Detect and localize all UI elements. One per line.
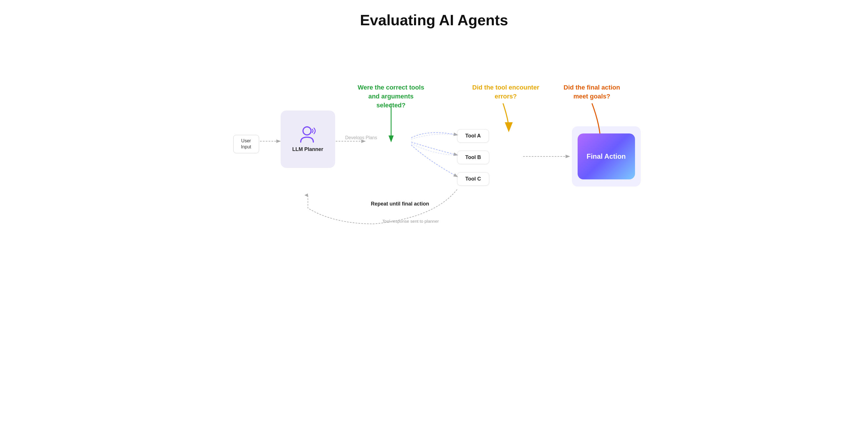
user-input-box: User Input: [233, 135, 259, 153]
user-input-label: User Input: [241, 138, 251, 149]
svg-text:Develops Plans: Develops Plans: [345, 135, 377, 140]
question-orange: Did the final action meet goals?: [558, 83, 626, 101]
llm-planner-icon: [298, 126, 318, 144]
page-title: Evaluating AI Agents: [360, 11, 508, 29]
tool-c-label: Tool C: [465, 176, 481, 182]
tool-a-label: Tool A: [465, 133, 481, 139]
tool-response-label: Tool response sent to planner: [382, 218, 439, 224]
tool-c-box: Tool C: [457, 172, 490, 186]
llm-planner-label: LLM Planner: [292, 146, 323, 152]
diagram: Were the correct tools and arguments sel…: [233, 46, 635, 247]
tool-b-box: Tool B: [457, 151, 490, 164]
question-yellow: Did the tool encounter errors?: [471, 83, 540, 101]
repeat-label: Repeat until final action: [371, 201, 429, 207]
question-green: Were the correct tools and arguments sel…: [354, 83, 428, 110]
svg-point-0: [303, 127, 311, 135]
tool-a-box: Tool A: [457, 129, 489, 143]
final-action-box: Final Action: [578, 134, 635, 179]
tool-b-label: Tool B: [465, 154, 481, 160]
llm-planner-box: LLM Planner: [281, 111, 335, 168]
final-action-label: Final Action: [587, 152, 625, 160]
